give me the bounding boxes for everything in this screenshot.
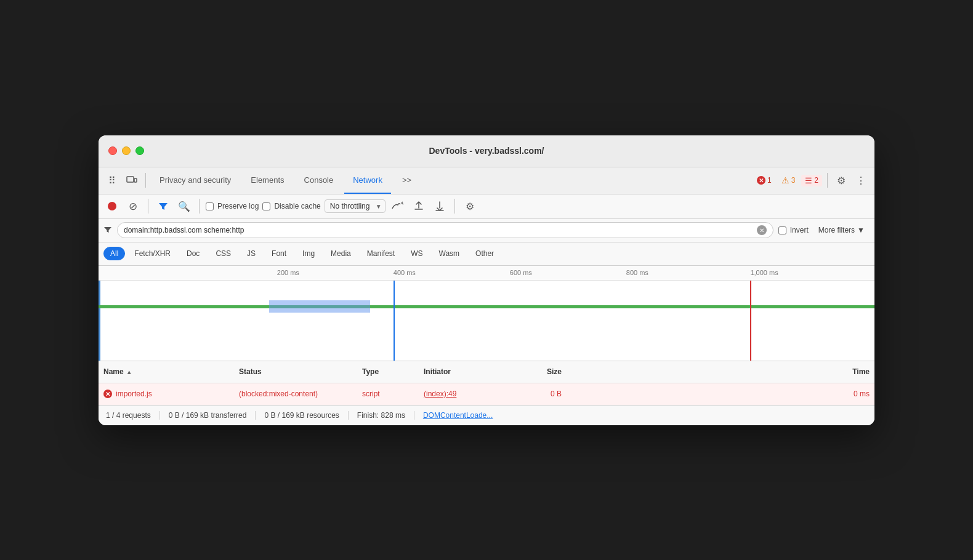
timeline-content [99,281,874,361]
type-btn-css[interactable]: CSS [209,247,238,260]
sort-arrow-icon: ▲ [126,369,132,375]
filter-input[interactable] [124,226,753,234]
type-btn-other[interactable]: Other [469,247,501,260]
record-button[interactable] [103,198,121,215]
upload-icon[interactable] [410,198,427,215]
warning-icon: ⚠ [781,175,789,185]
cursor-icon[interactable]: ⠿ [103,172,121,189]
record-stop-icon [108,202,116,210]
tab-more[interactable]: >> [394,167,420,194]
cell-name: ✕ imported.js [99,390,234,398]
svg-line-3 [402,203,403,204]
toolbar-divider-2 [827,173,828,188]
disable-cache-label[interactable]: Disable cache [262,202,320,210]
devtools-panel: ⠿ Privacy and security Elements Console … [99,167,874,425]
network-conditions-icon[interactable] [389,198,406,215]
throttle-select[interactable]: No throttling Fast 3G Slow 3G Offline [325,199,386,213]
maximize-button[interactable] [135,146,144,155]
more-filters-button[interactable]: More filters ▼ [814,224,870,236]
net-settings-icon[interactable]: ⚙ [461,198,478,215]
filter-row: ✕ Invert More filters ▼ [99,219,874,242]
window-title: DevTools - very.badssl.com/ [429,146,544,156]
throttle-select-wrap: No throttling Fast 3G Slow 3G Offline ▼ [325,199,386,213]
tick-1000ms: 1,000 ms [750,269,778,276]
settings-icon[interactable]: ⚙ [833,172,850,189]
invert-checkbox[interactable] [778,226,786,234]
table-row[interactable]: ✕ imported.js (blocked:mixed-content) sc… [99,383,874,406]
type-filter-row: All Fetch/XHR Doc CSS JS Font Img Media … [99,242,874,266]
invert-label[interactable]: Invert [778,226,809,234]
status-dom-link[interactable]: DOMContentLoade... [423,411,501,420]
type-btn-ws[interactable]: WS [404,247,429,260]
row-error-icon: ✕ [103,390,112,398]
tab-network[interactable]: Network [344,167,391,194]
col-header-time[interactable]: Time [567,367,874,376]
col-header-status[interactable]: Status [234,367,357,376]
tick-200ms: 200 ms [277,269,299,276]
col-header-size[interactable]: Size [517,367,567,376]
devtools-window: DevTools - very.badssl.com/ ⠿ Privacy an… [99,135,874,425]
cell-time: 0 ms [567,390,874,398]
error-count: 1 [767,176,772,185]
tab-privacy[interactable]: Privacy and security [151,167,240,194]
cell-initiator[interactable]: (index):49 [419,390,517,398]
preserve-log-checkbox[interactable] [206,202,214,210]
toolbar-top: ⠿ Privacy and security Elements Console … [99,167,874,194]
traffic-lights [108,146,144,155]
svg-rect-1 [134,178,137,182]
status-bar: 1 / 4 requests 0 B / 169 kB transferred … [99,406,874,425]
cell-status: (blocked:mixed-content) [234,390,357,398]
filter-icon[interactable] [155,198,172,215]
info-badge[interactable]: ☰ 2 [801,175,822,186]
type-btn-doc[interactable]: Doc [180,247,206,260]
status-requests: 1 / 4 requests [106,411,160,420]
type-btn-fetch-xhr[interactable]: Fetch/XHR [127,247,177,260]
tab-console[interactable]: Console [296,167,342,194]
net-divider-2 [199,199,200,214]
filter-clear-button[interactable]: ✕ [757,225,767,235]
timeline-ruler: 200 ms 400 ms 600 ms 800 ms 1,000 ms [99,266,874,281]
type-btn-all[interactable]: All [103,247,125,260]
tick-400ms: 400 ms [394,269,416,276]
search-icon[interactable]: 🔍 [176,198,193,215]
tab-elements[interactable]: Elements [242,167,293,194]
status-resources: 0 B / 169 kB resources [264,411,348,420]
type-btn-font[interactable]: Font [265,247,293,260]
type-btn-media[interactable]: Media [324,247,358,260]
minimize-button[interactable] [122,146,131,155]
type-btn-img[interactable]: Img [296,247,321,260]
warning-count: 3 [791,176,796,185]
close-button[interactable] [108,146,117,155]
timeline-area: 200 ms 400 ms 600 ms 800 ms 1,000 ms [99,266,874,361]
type-btn-js[interactable]: JS [240,247,262,260]
preserve-log-label[interactable]: Preserve log [206,202,259,210]
timeline-blue-segment [269,300,370,313]
error-badge[interactable]: ✕ 1 [753,175,775,186]
col-header-type[interactable]: Type [357,367,419,376]
more-menu-icon[interactable]: ⋮ [852,172,870,189]
titlebar: DevTools - very.badssl.com/ [99,135,874,167]
clear-button[interactable]: ⊘ [124,198,142,215]
warning-badge[interactable]: ⚠ 3 [778,174,799,186]
type-btn-wasm[interactable]: Wasm [432,247,467,260]
network-table: Name ▲ Status Type Initiator Size Time [99,361,874,406]
table-header: Name ▲ Status Type Initiator Size Time [99,361,874,383]
timeline-start-marker [99,281,100,361]
toolbar-divider-1 [145,173,146,188]
type-btn-manifest[interactable]: Manifest [360,247,402,260]
responsive-icon[interactable] [123,172,140,189]
col-header-initiator[interactable]: Initiator [419,367,517,376]
tick-600ms: 600 ms [510,269,532,276]
col-header-name[interactable]: Name ▲ [99,367,234,376]
info-count: 2 [814,176,818,185]
filter-funnel-icon [103,226,112,234]
network-toolbar: ⊘ 🔍 Preserve log Disable cache [99,194,874,219]
error-icon: ✕ [757,176,765,185]
net-divider-1 [148,199,148,214]
cell-size: 0 B [517,390,567,398]
info-icon: ☰ [805,176,812,185]
cell-type: script [357,390,419,398]
download-icon[interactable] [431,198,448,215]
disable-cache-checkbox[interactable] [262,202,270,210]
net-divider-3 [454,199,455,214]
